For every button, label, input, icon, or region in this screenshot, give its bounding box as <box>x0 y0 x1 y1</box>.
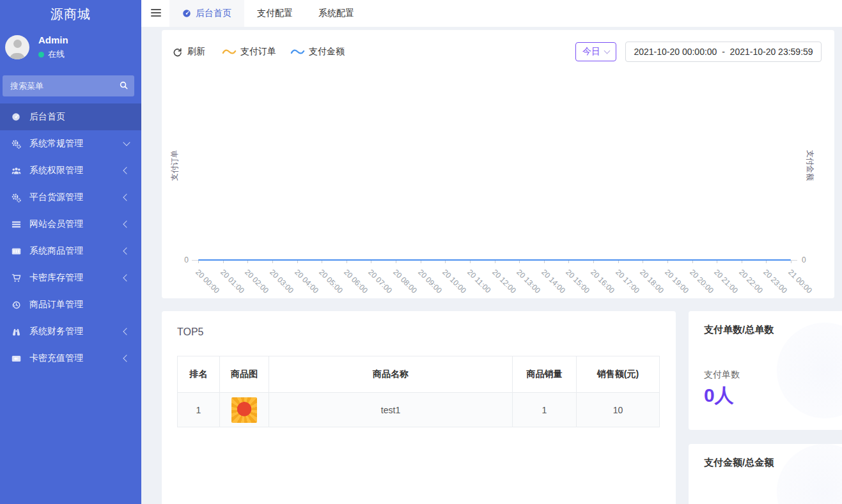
x-tick-label: 20 23:00 <box>761 268 789 295</box>
chevron-left-icon <box>123 167 130 174</box>
chart-toolbar-left: 刷新 支付订单支付金额 <box>173 46 345 57</box>
cell-rank: 1 <box>178 393 220 427</box>
sidebar-item-system-finance[interactable]: 系统财务管理 <box>0 318 141 345</box>
table-body: 1test1110 <box>178 393 660 427</box>
x-tick <box>470 261 471 263</box>
sidebar-item-label: 系统权限管理 <box>29 165 124 176</box>
credit-card-icon <box>12 354 22 363</box>
x-tick <box>347 261 347 263</box>
history-icon <box>12 300 22 310</box>
tab-payment-config[interactable]: 支付配置 <box>244 0 306 27</box>
x-tick <box>593 261 594 263</box>
cart-icon <box>12 273 22 283</box>
x-tick <box>396 261 396 263</box>
refresh-button[interactable]: 刷新 <box>173 46 205 57</box>
chevron-down-icon <box>123 139 130 146</box>
dashboard-icon <box>182 9 191 18</box>
sidebar-item-site-members[interactable]: 网站会员管理 <box>0 211 141 238</box>
stat-card-pay-count: 支付单数/总单数 支付单数 0人 <box>689 311 842 430</box>
table-header-row: 排名商品图商品名称商品销量销售额(元) <box>178 356 660 393</box>
sidebar-item-card-inventory[interactable]: 卡密库存管理 <box>0 264 141 291</box>
tab-dashboard[interactable]: 后台首页 <box>169 0 244 27</box>
chevron-left-icon <box>123 274 130 281</box>
x-tick-label: 20 12:00 <box>490 268 518 295</box>
x-tick <box>297 261 298 263</box>
x-tick <box>495 261 495 263</box>
x-tick <box>568 261 569 263</box>
hamburger-icon[interactable] <box>151 9 161 18</box>
refresh-label: 刷新 <box>187 46 205 57</box>
y-axis-right-tick-label: 0 <box>802 256 806 264</box>
binoculars-icon <box>12 327 22 337</box>
x-tick-label: 20 07:00 <box>366 268 394 295</box>
x-tick <box>272 261 273 263</box>
y-axis-left-tick-label: 0 <box>180 256 189 264</box>
sidebar-item-system-goods[interactable]: 系统商品管理 <box>0 238 141 264</box>
stat-card-value: 0人 <box>704 383 734 409</box>
stat-card-label: 支付单数 <box>704 369 740 381</box>
cell-product-image <box>220 393 269 427</box>
chart-toolbar-right: 今日 <box>575 42 822 62</box>
sidebar-item-label: 平台货源管理 <box>29 192 124 203</box>
sidebar-menu: 后台首页系统常规管理系统权限管理平台货源管理网站会员管理系统商品管理卡密库存管理… <box>0 103 141 372</box>
x-tick <box>198 261 199 263</box>
legend-payment-orders[interactable]: 支付订单 <box>222 46 276 57</box>
x-tick <box>618 261 619 263</box>
avatar-head-icon <box>13 40 22 48</box>
sidebar-item-system-general[interactable]: 系统常规管理 <box>0 130 141 157</box>
app-logo[interactable]: 源商城 <box>0 0 141 28</box>
x-tick-label: 20 16:00 <box>589 268 616 295</box>
user-info: Admin 在线 <box>38 34 68 60</box>
card-decoration <box>777 323 842 418</box>
sidebar-item-card-recharge[interactable]: 卡密充值管理 <box>0 345 141 372</box>
sidebar-item-goods-orders[interactable]: 商品订单管理 <box>0 291 141 318</box>
x-tick <box>247 261 248 263</box>
stat-card-pay-amount: 支付金额/总金额 <box>689 444 842 504</box>
x-tick-label: 20 04:00 <box>293 268 320 295</box>
cell-product-name: test1 <box>269 393 513 427</box>
nav-tabs: 后台首页支付配置系统配置 <box>169 0 367 27</box>
x-tick <box>322 261 322 263</box>
tab-system-config[interactable]: 系统配置 <box>306 0 367 27</box>
avatar-body-icon <box>10 53 25 59</box>
chevron-left-icon <box>123 328 130 335</box>
sidebar-item-platform-supply[interactable]: 平台货源管理 <box>0 184 141 211</box>
x-tick-label: 21 00:00 <box>786 268 814 295</box>
search-icon <box>119 80 129 93</box>
chart-toolbar: 刷新 支付订单支付金额 今日 <box>162 42 834 62</box>
date-range-input[interactable] <box>625 42 822 62</box>
legend-label: 支付订单 <box>240 46 276 57</box>
date-preset-button[interactable]: 今日 <box>575 42 616 61</box>
content: 刷新 支付订单支付金额 今日 支付订单 支付金额 0 0 <box>141 27 842 504</box>
x-tick-label: 20 21:00 <box>712 268 740 295</box>
column-header: 商品名称 <box>269 356 513 393</box>
avatar <box>5 35 29 59</box>
date-preset-label: 今日 <box>582 46 600 57</box>
users-icon <box>12 166 22 176</box>
x-tick <box>643 261 643 263</box>
column-header: 排名 <box>178 356 220 393</box>
refresh-icon <box>173 47 182 57</box>
x-tick-label: 20 00:00 <box>194 268 221 295</box>
sidebar: 源商城 Admin 在线 后台首页系统常规管理系统权限管理平台货源管理网站会员管… <box>0 0 141 504</box>
user-status: 在线 <box>38 49 68 60</box>
legend-payment-amount[interactable]: 支付金额 <box>290 46 345 57</box>
search-input[interactable] <box>3 75 134 96</box>
table-row: 1test1110 <box>178 393 660 427</box>
x-tick-label: 20 03:00 <box>268 268 295 295</box>
x-tick-label: 20 02:00 <box>243 268 270 295</box>
dashboard-icon <box>12 112 22 121</box>
y-axis-right-title: 支付金额 <box>804 150 815 181</box>
x-tick-label: 20 13:00 <box>515 268 542 295</box>
sidebar-item-dashboard[interactable]: 后台首页 <box>0 103 141 130</box>
user-panel: Admin 在线 <box>0 28 141 60</box>
stat-card-title: 支付金额/总金额 <box>704 457 774 469</box>
legend-line-icon <box>222 48 237 56</box>
topbar: 后台首页支付配置系统配置 <box>141 0 842 27</box>
sidebar-item-system-permission[interactable]: 系统权限管理 <box>0 157 141 184</box>
x-tick <box>766 261 767 263</box>
x-tick-label: 20 01:00 <box>219 268 246 295</box>
x-tick-label: 20 19:00 <box>663 268 690 295</box>
tab-label: 后台首页 <box>196 8 231 19</box>
sidebar-item-label: 网站会员管理 <box>29 218 124 230</box>
